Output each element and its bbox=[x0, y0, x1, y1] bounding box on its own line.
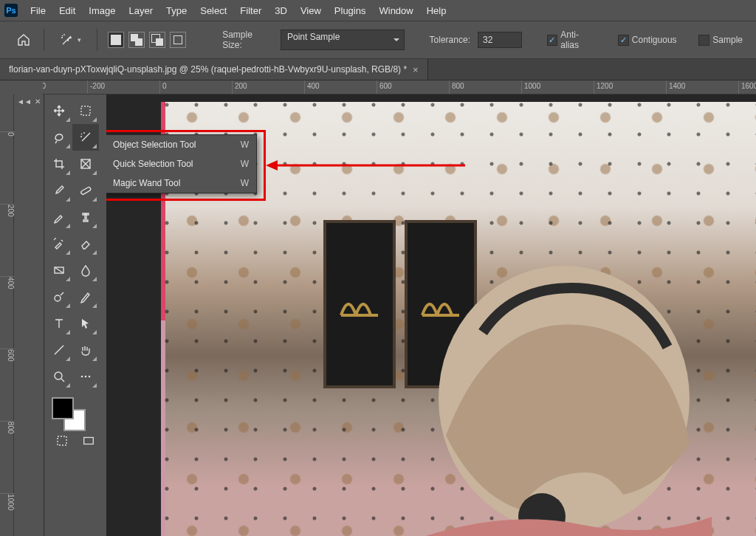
checkbox-icon bbox=[618, 35, 629, 46]
ruler-tick: 400 bbox=[0, 276, 15, 289]
ruler-tick: 200 bbox=[0, 204, 15, 217]
sample-all-label: Sample bbox=[712, 35, 743, 45]
line-tool[interactable] bbox=[46, 337, 72, 363]
subtract-selection-button[interactable] bbox=[149, 32, 165, 48]
more-tools[interactable] bbox=[72, 363, 99, 390]
svg-rect-9 bbox=[58, 436, 66, 445]
person-silhouette bbox=[372, 244, 726, 536]
menu-file[interactable]: File bbox=[24, 2, 52, 19]
checkbox-icon bbox=[698, 35, 709, 46]
color-swatches[interactable] bbox=[47, 394, 103, 427]
foreground-color[interactable] bbox=[52, 397, 74, 419]
quick-mask-button[interactable] bbox=[50, 431, 74, 450]
eyedropper-tool[interactable] bbox=[46, 177, 72, 204]
history-brush-tool[interactable] bbox=[46, 230, 72, 257]
gradient-tool[interactable] bbox=[46, 257, 72, 284]
svg-rect-10 bbox=[84, 438, 94, 444]
eraser-tool[interactable] bbox=[72, 230, 99, 257]
new-selection-button[interactable] bbox=[108, 32, 124, 48]
menu-edit[interactable]: Edit bbox=[52, 2, 82, 19]
intersect-selection-button[interactable] bbox=[170, 32, 186, 48]
zoom-tool[interactable] bbox=[46, 363, 72, 390]
toolbox bbox=[44, 95, 106, 536]
tolerance-label: Tolerance: bbox=[430, 35, 470, 45]
menu-filter[interactable]: Filter bbox=[233, 2, 268, 19]
svg-point-6 bbox=[81, 376, 83, 378]
close-tab-button[interactable]: × bbox=[413, 64, 419, 75]
lasso-tool[interactable] bbox=[46, 124, 72, 151]
move-tool[interactable] bbox=[46, 97, 72, 124]
chevron-down-icon: ▾ bbox=[78, 36, 81, 44]
menu-window[interactable]: Window bbox=[372, 2, 419, 19]
anti-alias-checkbox[interactable]: Anti-alias bbox=[547, 30, 597, 50]
flyout-item-shortcut: W bbox=[241, 140, 249, 150]
menu-help[interactable]: Help bbox=[420, 2, 453, 19]
ruler-tick: -200 bbox=[87, 80, 105, 95]
current-tool-icon[interactable]: ▾ bbox=[55, 30, 86, 50]
menu-select[interactable]: Select bbox=[193, 2, 233, 19]
hand-tool[interactable] bbox=[72, 337, 99, 363]
ruler-vertical: 0 200 400 600 800 1000 bbox=[0, 95, 14, 536]
separator bbox=[44, 29, 44, 51]
type-tool[interactable] bbox=[46, 310, 72, 337]
ruler-tick: -400 bbox=[43, 80, 46, 95]
sample-all-layers-checkbox[interactable]: Sample bbox=[698, 35, 743, 46]
tool-flyout-menu: Object Selection Tool W Quick Selection … bbox=[106, 134, 257, 193]
panel-collapse-strip: ◄◄ ✕ bbox=[14, 95, 44, 536]
ruler-tick: 1000 bbox=[0, 493, 15, 510]
svg-point-7 bbox=[85, 376, 87, 378]
clone-stamp-tool[interactable] bbox=[72, 204, 99, 230]
menu-layer[interactable]: Layer bbox=[123, 2, 160, 19]
document-tab[interactable]: florian-van-duyn-pXToxwjqliQ-unsplash.jp… bbox=[0, 59, 428, 80]
magic-wand-tool[interactable] bbox=[72, 124, 99, 151]
pen-tool[interactable] bbox=[72, 284, 99, 310]
flyout-item-shortcut: W bbox=[241, 178, 249, 188]
healing-brush-tool[interactable] bbox=[72, 177, 99, 204]
close-panel-button[interactable]: ✕ bbox=[35, 97, 41, 106]
ruler-tick: 1600 bbox=[738, 80, 756, 95]
document-tab-title: florian-van-duyn-pXToxwjqliQ-unsplash.jp… bbox=[9, 64, 407, 75]
screen-mode-button[interactable] bbox=[77, 431, 100, 450]
anti-alias-label: Anti-alias bbox=[560, 30, 596, 50]
blur-tool[interactable] bbox=[72, 257, 99, 284]
home-button[interactable] bbox=[13, 30, 33, 50]
canvas-area[interactable]: Object Selection Tool W Quick Selection … bbox=[106, 95, 756, 536]
menu-image[interactable]: Image bbox=[82, 2, 122, 19]
sample-size-label: Sample Size: bbox=[222, 30, 273, 50]
flyout-item-magic-wand-tool[interactable]: Magic Wand Tool W bbox=[106, 173, 256, 193]
svg-point-8 bbox=[89, 376, 91, 378]
svg-point-4 bbox=[55, 295, 61, 301]
ruler-tick: 600 bbox=[377, 80, 392, 95]
menu-3d[interactable]: 3D bbox=[268, 2, 294, 19]
dodge-tool[interactable] bbox=[46, 284, 72, 310]
menu-plugins[interactable]: Plugins bbox=[328, 2, 373, 19]
add-selection-button[interactable] bbox=[128, 32, 145, 48]
checkbox-icon bbox=[547, 35, 558, 46]
frame-tool[interactable] bbox=[72, 151, 99, 177]
menu-view[interactable]: View bbox=[294, 2, 328, 19]
svg-point-5 bbox=[55, 372, 62, 379]
sample-size-dropdown[interactable]: Point Sample bbox=[281, 30, 405, 50]
app-logo: Ps bbox=[4, 4, 18, 17]
brush-tool[interactable] bbox=[46, 204, 72, 230]
ruler-tick: 1000 bbox=[521, 80, 540, 95]
menu-type[interactable]: Type bbox=[159, 2, 193, 19]
collapse-chevrons-icon[interactable]: ◄◄ bbox=[17, 97, 32, 106]
document-tab-bar: florian-van-duyn-pXToxwjqliQ-unsplash.jp… bbox=[0, 59, 756, 80]
tolerance-input[interactable] bbox=[478, 32, 522, 48]
ruler-tick: 800 bbox=[0, 421, 15, 434]
ruler-tick: 0 bbox=[0, 131, 15, 137]
contiguous-checkbox[interactable]: Contiguous bbox=[618, 35, 677, 46]
ruler-tick: 400 bbox=[304, 80, 320, 95]
flyout-item-object-selection-tool[interactable]: Object Selection Tool W bbox=[106, 135, 256, 154]
menu-bar: Ps File Edit Image Layer Type Select Fil… bbox=[0, 0, 756, 21]
ruler-horizontal: -400 -200 0 200 400 600 800 1000 1200 14… bbox=[43, 80, 756, 95]
crop-tool[interactable] bbox=[46, 151, 72, 177]
flyout-item-quick-selection-tool[interactable]: Quick Selection Tool W bbox=[106, 154, 256, 173]
flyout-item-label: Magic Wand Tool bbox=[113, 178, 233, 188]
options-bar: ▾ Sample Size: Point Sample Tolerance: A… bbox=[0, 21, 756, 59]
path-selection-tool[interactable] bbox=[72, 310, 99, 337]
ruler-tick: 800 bbox=[449, 80, 464, 95]
flyout-item-shortcut: W bbox=[241, 159, 249, 169]
marquee-tool[interactable] bbox=[72, 97, 99, 124]
